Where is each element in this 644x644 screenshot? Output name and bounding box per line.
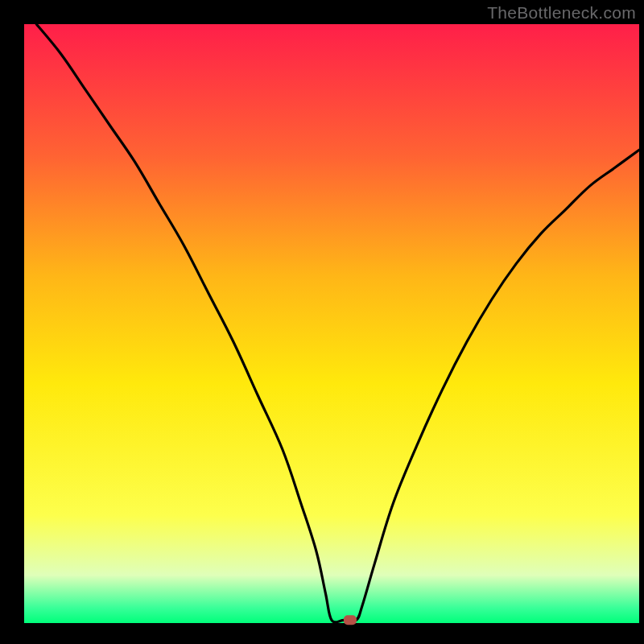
optimum-marker (344, 615, 357, 625)
plot-background (24, 24, 639, 623)
watermark-text: TheBottleneck.com (487, 3, 636, 23)
bottleneck-chart (0, 0, 644, 644)
chart-container: TheBottleneck.com (0, 0, 644, 644)
